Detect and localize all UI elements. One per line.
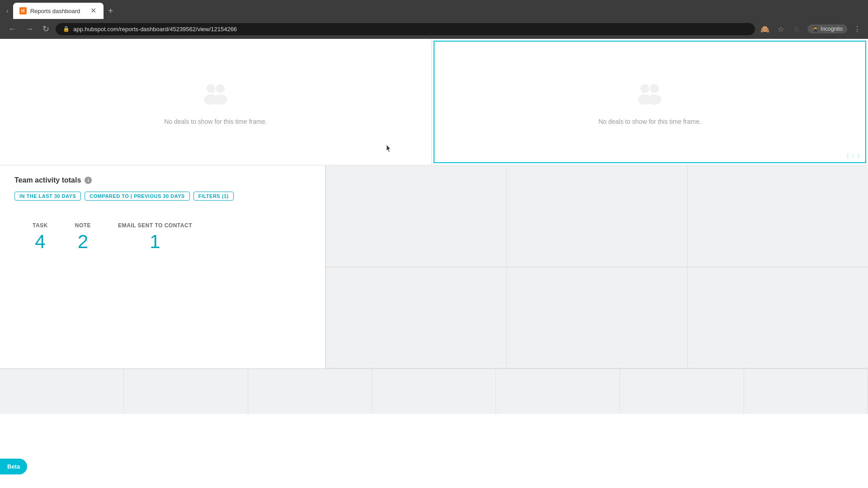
filter-tag-2[interactable]: FILTERS (1) xyxy=(193,192,234,201)
back-button[interactable]: ← xyxy=(5,23,19,36)
left-empty-icon xyxy=(200,79,231,111)
svg-point-5 xyxy=(650,84,659,93)
page-content: No deals to show for this time frame. No… xyxy=(0,39,868,488)
left-deals-panel: No deals to show for this time frame. xyxy=(0,39,432,165)
grid-cell-5 xyxy=(506,267,687,369)
svg-point-0 xyxy=(206,84,215,93)
right-deals-panel: No deals to show for this time frame. xyxy=(434,41,867,163)
lock-icon: 🔒 xyxy=(63,26,70,32)
bottom-cell-6 xyxy=(620,369,744,414)
top-panels: No deals to show for this time frame. No… xyxy=(0,39,868,165)
svg-point-3 xyxy=(213,94,227,104)
eye-off-icon[interactable]: 🙈 xyxy=(759,23,771,35)
tab-close-button[interactable]: ✕ xyxy=(90,7,97,14)
browser-toolbar: ← → ↻ 🔒 app.hubspot.com/reports-dashboar… xyxy=(0,19,868,39)
tab-title: Reports dashboard xyxy=(30,8,80,14)
team-activity-section: Team activity totals i IN THE LAST 30 DA… xyxy=(0,165,868,369)
team-activity-panel: Team activity totals i IN THE LAST 30 DA… xyxy=(0,165,326,368)
bottom-strip xyxy=(0,369,868,414)
stat-note: NOTE 2 xyxy=(75,222,91,251)
more-options-button[interactable]: ⋮ xyxy=(852,23,863,35)
grid-cell-6 xyxy=(687,267,868,369)
incognito-icon: 🥷 xyxy=(812,26,819,32)
url-text: app.hubspot.com/reports-dashboard/452395… xyxy=(73,26,237,33)
reload-button[interactable]: ↻ xyxy=(40,22,52,36)
svg-point-7 xyxy=(647,94,661,104)
filter-tag-0[interactable]: IN THE LAST 30 DAYS xyxy=(14,192,81,201)
new-tab-button[interactable]: + xyxy=(105,6,116,16)
stat-email-value: 1 xyxy=(150,232,160,251)
team-activity-header: Team activity totals i xyxy=(14,176,311,184)
grid-cell-4 xyxy=(326,267,506,369)
right-empty-text: No deals to show for this time frame. xyxy=(599,118,701,125)
team-activity-title: Team activity totals xyxy=(14,176,81,184)
activity-stats: TASK 4 NOTE 2 EMAIL SENT TO CONTACT 1 xyxy=(14,222,311,251)
info-icon[interactable]: i xyxy=(85,177,92,184)
grid-cell-3 xyxy=(687,165,868,267)
bookmark-icon[interactable]: ☆ xyxy=(776,23,786,35)
incognito-label: Incognito xyxy=(821,26,843,32)
bottom-cell-3 xyxy=(248,369,372,414)
stat-email: EMAIL SENT TO CONTACT 1 xyxy=(118,222,192,251)
bottom-cell-4 xyxy=(372,369,496,414)
extensions-icon[interactable]: ◾ xyxy=(790,23,803,35)
active-tab[interactable]: H Reports dashboard ✕ xyxy=(13,3,104,19)
stat-task: TASK 4 xyxy=(33,222,48,251)
bottom-cell-5 xyxy=(496,369,620,414)
filter-tag-1[interactable]: COMPARED TO | PREVIOUS 30 DAYS xyxy=(85,192,189,201)
bottom-cell-2 xyxy=(124,369,248,414)
tab-nav-back[interactable]: ‹ xyxy=(4,5,11,16)
stat-task-label: TASK xyxy=(33,222,48,229)
tab-bar: ‹ H Reports dashboard ✕ + xyxy=(0,0,868,19)
beta-label: Beta xyxy=(7,463,20,470)
stat-note-label: NOTE xyxy=(75,222,91,229)
beta-badge[interactable]: Beta xyxy=(0,459,27,474)
svg-point-1 xyxy=(216,84,225,93)
browser-chrome: ‹ H Reports dashboard ✕ + ← → ↻ 🔒 app.hu… xyxy=(0,0,868,39)
grid-cell-2 xyxy=(506,165,687,267)
left-empty-text: No deals to show for this time frame. xyxy=(164,118,267,125)
stat-task-value: 4 xyxy=(35,232,45,251)
grid-cell-1 xyxy=(326,165,506,267)
forward-button[interactable]: → xyxy=(23,23,36,36)
bottom-cell-1 xyxy=(0,369,124,414)
toolbar-icons: 🙈 ☆ ◾ 🥷 Incognito ⋮ xyxy=(759,23,863,35)
tab-favicon: H xyxy=(19,7,27,14)
incognito-badge: 🥷 Incognito xyxy=(807,24,847,33)
bottom-cell-7 xyxy=(744,369,868,414)
address-bar[interactable]: 🔒 app.hubspot.com/reports-dashboard/4523… xyxy=(56,23,755,35)
stat-note-value: 2 xyxy=(78,232,88,251)
svg-point-4 xyxy=(641,84,650,93)
filter-tags: IN THE LAST 30 DAYS COMPARED TO | PREVIO… xyxy=(14,192,311,201)
stat-email-label: EMAIL SENT TO CONTACT xyxy=(118,222,192,229)
right-grid xyxy=(326,165,868,368)
right-empty-icon xyxy=(634,79,665,111)
